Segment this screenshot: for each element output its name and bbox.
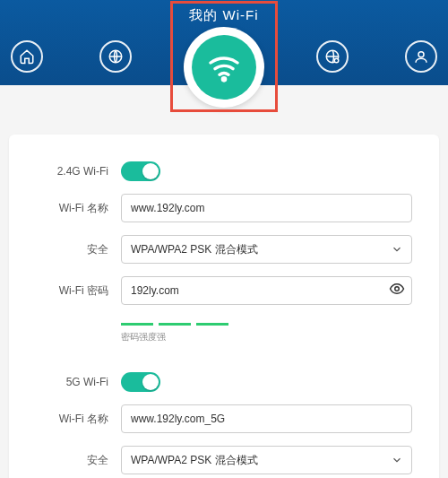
page-title: 我的 Wi-Fi xyxy=(0,0,448,24)
home-icon xyxy=(19,48,35,65)
wifi5-name-label: Wi-Fi 名称 xyxy=(36,412,121,427)
svg-point-5 xyxy=(395,287,400,291)
svg-point-3 xyxy=(418,52,424,57)
center-circle-outer xyxy=(184,27,264,108)
wifi5-toggle-label: 5G Wi-Fi xyxy=(36,376,121,388)
wifi24-toggle[interactable] xyxy=(121,161,160,181)
wifi24-security-select[interactable]: WPA/WPA2 PSK 混合模式 xyxy=(121,235,412,264)
wifi5-name-input[interactable] xyxy=(121,404,412,433)
settings-panel: 2.4G Wi-Fi Wi-Fi 名称 安全 WPA/WPA2 PSK 混合模式… xyxy=(9,135,439,478)
wifi5-toggle[interactable] xyxy=(121,372,160,392)
globe-icon xyxy=(108,48,124,65)
wifi24-toggle-label: 2.4G Wi-Fi xyxy=(36,165,121,178)
eye-icon xyxy=(389,281,405,297)
nav-internet[interactable] xyxy=(99,40,132,73)
wifi5-security-label: 安全 xyxy=(36,453,121,468)
nav-user[interactable] xyxy=(405,40,437,73)
wifi5-security-value: WPA/WPA2 PSK 混合模式 xyxy=(131,453,258,468)
wifi24-security-value: WPA/WPA2 PSK 混合模式 xyxy=(131,242,258,257)
wifi24-strength-bars xyxy=(121,323,412,326)
nav-wifi-active[interactable] xyxy=(192,35,256,100)
center-wifi-button-wrap xyxy=(184,27,264,108)
nav-home[interactable] xyxy=(11,40,43,73)
wifi24-strength-text: 密码强度强 xyxy=(121,331,412,343)
wifi24-name-label: Wi-Fi 名称 xyxy=(36,201,121,216)
svg-point-4 xyxy=(222,78,225,81)
wifi24-password-input[interactable] xyxy=(121,276,412,305)
svg-point-2 xyxy=(334,58,339,63)
user-icon xyxy=(413,48,429,65)
wifi24-name-input[interactable] xyxy=(121,194,412,222)
wifi-icon xyxy=(206,49,242,85)
wifi24-password-label: Wi-Fi 密码 xyxy=(36,283,121,299)
nav-advanced[interactable] xyxy=(316,40,349,73)
globe-gear-icon xyxy=(324,48,340,65)
wifi24-security-label: 安全 xyxy=(36,242,121,257)
wifi5-security-select[interactable]: WPA/WPA2 PSK 混合模式 xyxy=(121,446,412,474)
wifi24-password-eye[interactable] xyxy=(389,281,405,300)
